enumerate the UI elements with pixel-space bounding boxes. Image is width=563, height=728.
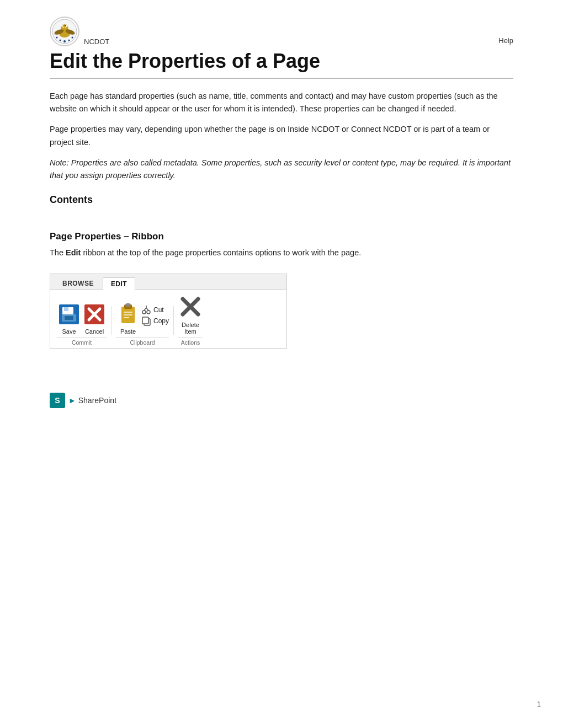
save-icon-box bbox=[58, 303, 80, 325]
commit-items: Save Cancel bbox=[57, 303, 107, 335]
ribbon-group-actions: Delete Item Actions bbox=[178, 295, 203, 346]
ribbon-mockup: BROWSE EDIT bbox=[50, 274, 287, 349]
svg-rect-35 bbox=[142, 317, 148, 324]
svg-point-12 bbox=[68, 40, 70, 41]
svg-point-11 bbox=[60, 40, 61, 41]
svg-point-30 bbox=[147, 311, 150, 314]
cut-icon bbox=[141, 305, 151, 315]
contents-heading: Contents bbox=[50, 194, 513, 206]
ribbon-desc: The Edit ribbon at the top of the page p… bbox=[50, 247, 513, 259]
ribbon-group-clipboard: Paste bbox=[116, 301, 169, 346]
svg-point-29 bbox=[142, 311, 146, 314]
cancel-icon-box bbox=[83, 303, 105, 325]
sharepoint-label: ► SharePoint bbox=[68, 396, 116, 405]
ribbon-tabs-bar: BROWSE EDIT bbox=[50, 274, 286, 290]
cut-label: Cut bbox=[153, 306, 164, 314]
save-label: Save bbox=[62, 328, 76, 335]
cut-copy-stack: Cut Copy bbox=[141, 305, 169, 335]
svg-rect-19 bbox=[65, 316, 73, 320]
intro-paragraph-2: Page properties may vary, depending upon… bbox=[50, 123, 513, 148]
cut-ribbon-item[interactable]: Cut bbox=[141, 305, 164, 315]
paste-label: Paste bbox=[120, 328, 136, 335]
paste-icon-box bbox=[117, 301, 139, 325]
save-icon bbox=[59, 304, 79, 324]
ribbon-desc-before: The bbox=[50, 248, 66, 257]
ncdot-logo bbox=[50, 17, 79, 46]
actions-items: Delete Item bbox=[178, 295, 203, 335]
ribbon-desc-after: ribbon at the top of the page properties… bbox=[81, 248, 361, 257]
commit-group-label: Commit bbox=[57, 337, 107, 346]
ribbon-group-commit: Save Cancel Commit bbox=[57, 303, 107, 346]
delete-ribbon-item[interactable]: Delete Item bbox=[178, 295, 203, 335]
svg-rect-25 bbox=[126, 303, 130, 307]
paste-icon bbox=[117, 301, 139, 325]
ribbon-desc-bold: Edit bbox=[66, 248, 81, 257]
ribbon-divider-2 bbox=[173, 306, 174, 335]
ribbon-section-heading: Page Properties – Ribbon bbox=[50, 231, 513, 242]
cancel-ribbon-item[interactable]: Cancel bbox=[82, 303, 107, 335]
svg-line-31 bbox=[144, 308, 146, 311]
paste-ribbon-item[interactable]: Paste bbox=[116, 301, 140, 335]
svg-rect-17 bbox=[64, 307, 68, 311]
cancel-label: Cancel bbox=[85, 328, 104, 335]
save-ribbon-item[interactable]: Save bbox=[57, 303, 81, 335]
delete-icon-box bbox=[178, 295, 203, 319]
ribbon-body: Save Cancel Commit bbox=[50, 290, 286, 348]
copy-label: Copy bbox=[153, 317, 169, 325]
delete-label: Delete Item bbox=[182, 322, 199, 335]
copy-icon bbox=[141, 316, 151, 326]
cancel-icon bbox=[84, 304, 104, 324]
copy-ribbon-item[interactable]: Copy bbox=[141, 316, 169, 326]
org-name-label: NCDOT bbox=[84, 38, 109, 46]
actions-group-label: Actions bbox=[178, 337, 203, 346]
clipboard-group-label: Clipboard bbox=[116, 337, 169, 346]
svg-point-13 bbox=[56, 37, 58, 39]
title-divider bbox=[50, 78, 513, 79]
page-number: 1 bbox=[537, 700, 541, 708]
sharepoint-branding: S ► SharePoint bbox=[50, 393, 116, 408]
sharepoint-text: SharePoint bbox=[78, 396, 116, 405]
svg-point-14 bbox=[72, 37, 73, 39]
svg-point-10 bbox=[63, 40, 66, 42]
help-link[interactable]: Help bbox=[498, 36, 513, 45]
svg-line-32 bbox=[146, 308, 148, 311]
sharepoint-icon: S bbox=[50, 393, 65, 408]
intro-paragraph-1: Each page has standard properties (such … bbox=[50, 90, 513, 115]
tab-browse[interactable]: BROWSE bbox=[55, 277, 102, 290]
intro-note: Note: Properties are also called metadat… bbox=[50, 157, 513, 182]
clipboard-items: Paste bbox=[116, 301, 169, 335]
svg-point-8 bbox=[65, 25, 66, 26]
ribbon-divider-1 bbox=[111, 306, 111, 335]
page-title: Edit the Properties of a Page bbox=[50, 50, 513, 73]
footer: S ► SharePoint 1 bbox=[50, 393, 513, 408]
tab-edit[interactable]: EDIT bbox=[103, 277, 135, 290]
delete-icon bbox=[179, 296, 201, 318]
